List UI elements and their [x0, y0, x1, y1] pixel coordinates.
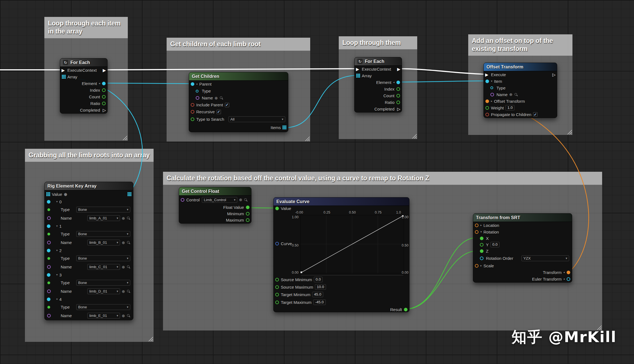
name-pin[interactable]: [47, 289, 51, 293]
array-output-pin[interactable]: [128, 192, 129, 193]
index-pin[interactable]: [396, 87, 400, 91]
propagate-pin[interactable]: [485, 113, 489, 116]
resize-grip[interactable]: [123, 136, 127, 140]
type-pin[interactable]: [47, 281, 50, 284]
parent-pin[interactable]: [191, 82, 194, 86]
node-header[interactable]: ↻ For Each: [60, 58, 107, 67]
completed-exec-pin[interactable]: ▷: [103, 108, 106, 112]
search-icon[interactable]: [220, 96, 223, 100]
search-icon[interactable]: [127, 314, 130, 317]
items-pin[interactable]: [282, 125, 284, 127]
type-dropdown[interactable]: Bone ▾: [76, 255, 130, 261]
element-pin[interactable]: [47, 249, 50, 252]
recursive-checkbox[interactable]: ✓: [217, 110, 221, 114]
scale-pin[interactable]: [475, 264, 478, 268]
weight-input[interactable]: 1.0: [505, 105, 515, 111]
node-header[interactable]: Evaluate Curve: [274, 198, 409, 206]
node-header[interactable]: Offset Transform: [484, 63, 557, 71]
node-for-each-1[interactable]: ↻ For Each ▶ ExecuteContext ▶ Array Elem…: [60, 58, 108, 114]
type-pin[interactable]: [47, 306, 50, 309]
node-evaluate-curve[interactable]: Evaluate Curve Value Curve -0.00 0.25: [273, 197, 409, 312]
expand-icon[interactable]: ▾: [196, 83, 198, 86]
node-header[interactable]: Get Children: [189, 72, 288, 81]
z-pin[interactable]: [480, 249, 483, 253]
ratio-pin[interactable]: [396, 101, 400, 104]
target-maximum-pin[interactable]: [275, 301, 279, 304]
resize-grip[interactable]: [305, 137, 310, 141]
name-dropdown[interactable]: limb_A_01 ▾: [87, 215, 120, 221]
offset-transform-pin[interactable]: [485, 99, 489, 103]
expand-icon[interactable]: ▾: [56, 249, 58, 252]
name-dropdown[interactable]: limb_D_01 ▾: [87, 288, 120, 294]
collapse-icon[interactable]: ◂: [99, 82, 100, 85]
target-minimum-pin[interactable]: [275, 293, 279, 296]
plus-icon[interactable]: ⊕: [509, 93, 513, 96]
search-icon[interactable]: [127, 216, 130, 220]
plus-icon[interactable]: ⊕: [122, 241, 125, 245]
exec-in-pin[interactable]: ▶: [356, 67, 359, 71]
type-dropdown[interactable]: Bone ▾: [76, 304, 130, 310]
item-pin[interactable]: [485, 80, 489, 83]
expand-icon[interactable]: ▸: [480, 264, 482, 267]
y-input[interactable]: 0.0: [490, 242, 500, 247]
expand-icon[interactable]: ▾: [56, 298, 58, 301]
transform-pin[interactable]: [567, 271, 570, 274]
node-offset-transform[interactable]: Offset Transform ▶ Execute ▷ ▾ Item Type…: [483, 63, 557, 118]
maximum-pin[interactable]: [246, 218, 249, 222]
node-get-control-float[interactable]: Get Control Float Control Limb_Control ▾…: [179, 187, 251, 224]
target-minimum-input[interactable]: 45.0: [312, 292, 323, 297]
index-pin[interactable]: [102, 88, 106, 92]
minimum-pin[interactable]: [246, 212, 249, 216]
element-pin[interactable]: [47, 298, 50, 301]
weight-pin[interactable]: [485, 106, 489, 110]
completed-exec-pin[interactable]: ▷: [397, 107, 400, 111]
node-get-children[interactable]: Get Children ▾ Parent Type Name ⊕ Includ…: [189, 72, 288, 132]
type-dropdown[interactable]: Bone ▾: [76, 231, 130, 237]
resize-grip[interactable]: [567, 130, 572, 134]
y-pin[interactable]: [480, 243, 483, 247]
collapse-icon[interactable]: ◂: [563, 278, 565, 280]
plus-icon[interactable]: ⊕: [122, 289, 125, 293]
name-pin[interactable]: [196, 96, 199, 100]
euler-transform-pin[interactable]: [567, 277, 570, 281]
expand-icon[interactable]: ▸: [491, 100, 492, 102]
node-rig-element-key-array[interactable]: Rig Element Key Array Value ⊕ ▾ 0 Type B…: [44, 182, 133, 320]
node-for-each-2[interactable]: ↻ For Each ▶ ExecuteContext ▶ Array Elem…: [354, 57, 402, 112]
target-maximum-input[interactable]: -45.0: [313, 299, 326, 305]
recursive-pin[interactable]: [191, 110, 194, 114]
resize-grip[interactable]: [412, 134, 417, 139]
type-pin[interactable]: [490, 86, 493, 89]
type-to-search-pin[interactable]: [191, 117, 194, 121]
name-dropdown[interactable]: limb_B_01 ▾: [87, 240, 120, 245]
type-pin[interactable]: [47, 257, 50, 260]
comment-title[interactable]: Calculate the rotation based off the con…: [163, 172, 602, 185]
node-transform-from-srt[interactable]: Transform from SRT ▸ Location ▾ Rotation…: [473, 213, 572, 283]
add-element-icon[interactable]: ⊕: [64, 192, 67, 196]
result-pin[interactable]: [404, 308, 408, 311]
location-pin[interactable]: [475, 224, 478, 227]
search-icon[interactable]: [244, 198, 248, 202]
expand-icon[interactable]: ▾: [56, 200, 58, 203]
expand-icon[interactable]: ▾: [480, 230, 482, 233]
exec-out-pin[interactable]: ▷: [552, 73, 556, 77]
plus-icon[interactable]: ⊕: [122, 265, 125, 269]
count-pin[interactable]: [396, 94, 400, 98]
type-pin[interactable]: [196, 90, 198, 93]
rotation-pin[interactable]: [475, 230, 478, 234]
include-parent-checkbox[interactable]: ✓: [225, 103, 229, 107]
type-dropdown[interactable]: Bone ▾: [76, 280, 130, 286]
comment-title[interactable]: Grabbing all the limb roots into an arra…: [25, 149, 154, 162]
expand-icon[interactable]: ▾: [491, 80, 492, 83]
control-pin[interactable]: [181, 198, 184, 202]
array-pin[interactable]: [356, 74, 357, 75]
name-dropdown[interactable]: limb_E_01 ▾: [87, 313, 120, 319]
collapse-icon[interactable]: ◂: [393, 81, 394, 84]
node-header[interactable]: Transform from SRT: [473, 214, 572, 222]
node-header[interactable]: Get Control Float: [179, 187, 251, 196]
ratio-pin[interactable]: [102, 102, 106, 105]
name-pin[interactable]: [47, 241, 51, 244]
name-pin[interactable]: [490, 93, 494, 96]
count-pin[interactable]: [102, 95, 106, 99]
element-pin[interactable]: [396, 81, 400, 84]
name-pin[interactable]: [47, 265, 51, 269]
